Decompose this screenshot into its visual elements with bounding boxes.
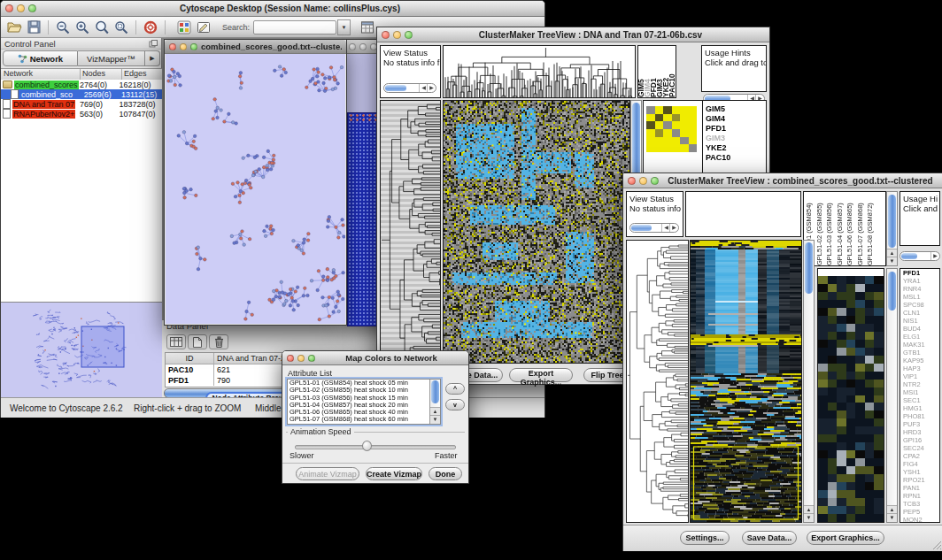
gene-item[interactable]: GIM4: [703, 114, 766, 124]
gene-item[interactable]: YRA1: [900, 277, 939, 285]
minimize-icon[interactable]: [180, 43, 187, 50]
close-icon[interactable]: [349, 43, 356, 50]
gene-item[interactable]: SPC98: [900, 301, 939, 309]
network-overview-panel[interactable]: [1, 302, 162, 398]
close-icon[interactable]: [169, 43, 176, 50]
zoom-window-icon[interactable]: [308, 355, 315, 362]
gene-item[interactable]: GIM5: [703, 104, 766, 114]
network1-titlebar[interactable]: combined_scores_good.txt--cluste...: [165, 40, 346, 54]
heatmap-pane[interactable]: [443, 100, 630, 364]
zoom-window-icon[interactable]: [651, 177, 659, 185]
gene-item[interactable]: GPI16: [900, 436, 939, 444]
gene-item[interactable]: KAP95: [900, 357, 939, 364]
row-dendrogram-canvas[interactable]: [381, 101, 440, 363]
zoom-window-icon[interactable]: [190, 43, 197, 50]
column-label[interactable]: GPL51-02 (GSM855): [815, 192, 825, 265]
gene-item[interactable]: PAC10: [703, 153, 766, 163]
gene-list-hscrollbar[interactable]: ▶: [900, 251, 940, 261]
gene-item[interactable]: CPA2: [900, 452, 939, 460]
gene-item[interactable]: GTB1: [900, 349, 939, 357]
move-down-button[interactable]: v: [445, 399, 465, 410]
network-row[interactable]: combined_sco2569(6)13112(15): [1, 89, 162, 99]
create-vizmap-button[interactable]: Create Vizmap: [366, 467, 422, 480]
tab-overflow-button[interactable]: ▶: [145, 50, 160, 66]
heatmap-pane[interactable]: [690, 240, 802, 523]
gene-item[interactable]: HMG1: [900, 404, 939, 412]
gene-item[interactable]: SEC24: [900, 444, 939, 452]
treeview-combined-titlebar[interactable]: ClusterMaker TreeView : combined_scores_…: [623, 173, 942, 188]
save-data-button[interactable]: Save Data...: [742, 531, 797, 545]
column-dendrogram-canvas[interactable]: [444, 46, 635, 97]
column-dendrogram-pane[interactable]: [443, 45, 636, 98]
gene-item[interactable]: NIS1: [900, 317, 939, 325]
row-dendrogram-pane[interactable]: [380, 100, 441, 364]
row-dendrogram-pane[interactable]: [626, 240, 689, 523]
column-label[interactable]: GPL51-06 (GSM865): [845, 192, 855, 265]
gene-item[interactable]: ELG1: [900, 333, 939, 341]
close-icon[interactable]: [382, 31, 390, 39]
tab-network[interactable]: Network: [3, 50, 78, 66]
gene-item[interactable]: YSH1: [900, 468, 939, 476]
column-label[interactable]: GPL51-07 (GSM868): [855, 192, 866, 265]
new-attribute-button[interactable]: [188, 334, 207, 349]
attribute-item[interactable]: GPL51-07 (GSM868) heat shock 60 min: [288, 416, 440, 423]
gene-item[interactable]: MAK31: [900, 341, 939, 349]
view-status-hscrollbar[interactable]: ◀▶: [629, 223, 679, 233]
export-graphics-button[interactable]: Export Graphics...: [509, 368, 573, 382]
gene-item[interactable]: PEP5: [900, 508, 939, 516]
gene-item[interactable]: MSI1: [900, 388, 939, 396]
minimize-icon[interactable]: [639, 177, 647, 185]
column-label[interactable]: PAC10: [669, 46, 676, 97]
gene-item[interactable]: SEC1: [900, 396, 939, 404]
view-status-hscrollbar[interactable]: ◀▶: [383, 83, 436, 93]
minimize-icon[interactable]: [393, 31, 401, 39]
vizmapper-palette-icon[interactable]: [174, 19, 194, 36]
move-up-button[interactable]: ^: [445, 383, 465, 395]
gene-item[interactable]: HAP3: [900, 364, 939, 372]
export-graphics-button[interactable]: Export Graphics...: [807, 531, 884, 545]
search-dropdown-arrow[interactable]: ▼: [337, 19, 351, 35]
gene-item[interactable]: NTR2: [900, 380, 939, 388]
gene-item[interactable]: PUF3: [900, 420, 939, 428]
close-icon[interactable]: [5, 4, 13, 12]
close-icon[interactable]: [287, 355, 294, 362]
help-lifering-icon[interactable]: [141, 19, 160, 36]
network-row[interactable]: combined_scores2764(0)16218(0): [1, 80, 162, 89]
attribute-browser-icon[interactable]: [358, 19, 377, 36]
gene-item[interactable]: PFD1: [703, 124, 766, 134]
heatmap-vscrollbar[interactable]: ▲▼: [803, 240, 815, 523]
table-mode-button[interactable]: [166, 334, 186, 349]
gene-item[interactable]: TCB3: [900, 500, 939, 508]
correlation-mini-heatmap[interactable]: [646, 106, 697, 152]
network-row[interactable]: DNA and Tran 07769(0)183728(0): [1, 99, 162, 109]
open-session-icon[interactable]: [4, 19, 24, 36]
done-button[interactable]: Done: [429, 467, 462, 480]
close-icon[interactable]: [628, 177, 636, 185]
zoom-in-icon[interactable]: [73, 19, 92, 36]
treeview-dna-titlebar[interactable]: ClusterMaker TreeView : DNA and Tran 07-…: [377, 27, 769, 42]
gene-item[interactable]: VIP1: [900, 372, 939, 380]
gene-item[interactable]: MON2: [900, 516, 939, 523]
minimize-icon[interactable]: [17, 4, 25, 12]
settings-button[interactable]: Settings...: [680, 531, 730, 545]
zoom-selected-icon[interactable]: [92, 19, 112, 36]
network-overview-canvas[interactable]: [4, 305, 158, 394]
gene-item[interactable]: BUD4: [900, 325, 939, 333]
zoom-window-icon[interactable]: [405, 31, 413, 39]
gene-item[interactable]: PFD1: [900, 269, 939, 277]
gene-item[interactable]: RPN1: [900, 492, 939, 500]
gene-item[interactable]: MSL1: [900, 293, 939, 301]
column-label[interactable]: GPL51-08 (GSM872): [865, 192, 876, 265]
gene-item[interactable]: YKE2: [703, 143, 766, 153]
gene-item[interactable]: CLN1: [900, 309, 939, 317]
annotation-icon[interactable]: [194, 19, 213, 36]
attribute-list[interactable]: ▲▼ GPL51-01 (GSM854) heat shock 05 minGP…: [287, 379, 441, 425]
heatmap-canvas[interactable]: [691, 241, 801, 522]
zoom-window-icon[interactable]: [28, 4, 36, 12]
animation-speed-slider-track[interactable]: [295, 445, 456, 449]
zoom-heatmap-canvas[interactable]: [818, 276, 884, 522]
zoom-heatmap-pane[interactable]: [817, 268, 884, 523]
minimize-icon[interactable]: [297, 355, 305, 362]
animate-vizmap-button[interactable]: Animate Vizmap: [296, 467, 359, 480]
column-dendrogram-pane[interactable]: [685, 191, 801, 237]
